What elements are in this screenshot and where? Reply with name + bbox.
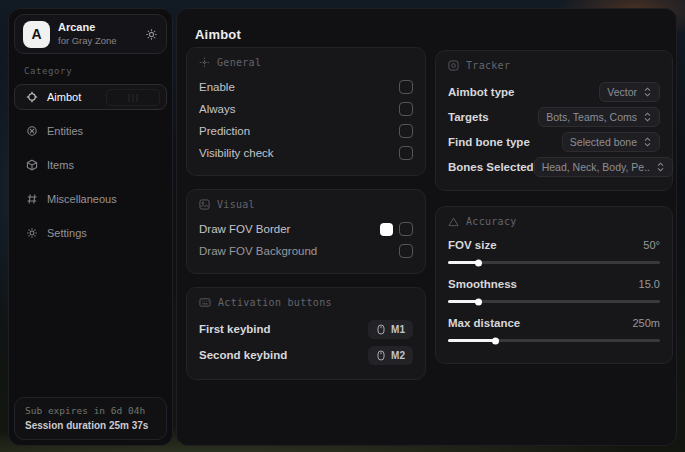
section-header: Accuracy — [466, 216, 517, 227]
sidebar-item-items[interactable]: Items — [14, 152, 167, 178]
general-card: General Enable Always Prediction Visibil… — [186, 47, 426, 176]
always-checkbox[interactable] — [399, 102, 413, 116]
find-bone-type-select[interactable]: Selected bone — [562, 132, 660, 152]
section-header: Activation buttons — [218, 297, 332, 308]
select-value: Head, Neck, Body, Pe.. — [542, 161, 650, 173]
section-header: General — [217, 57, 261, 68]
setting-row-prediction: Prediction — [199, 120, 413, 142]
keyboard-icon — [199, 297, 211, 308]
setting-row-bones-selected: Bones Selected Head, Neck, Body, Pe.. — [448, 154, 660, 179]
first-keybind-button[interactable]: M1 — [368, 320, 413, 339]
setting-row-aimbot-type: Aimbot type Vector — [448, 79, 660, 104]
draw-fov-background-checkbox[interactable] — [399, 244, 413, 258]
select-value: Bots, Teams, Coms — [546, 111, 637, 123]
tracker-card: Tracker Aimbot type Vector Targets Bots,… — [435, 50, 673, 191]
visual-card: Visual Draw FOV Border Draw FOV Backgrou… — [186, 189, 426, 274]
setting-row-find-bone-type: Find bone type Selected bone — [448, 129, 660, 154]
bones-selected-select[interactable]: Head, Neck, Body, Pe.. — [534, 157, 673, 177]
app-logo: A — [23, 21, 50, 48]
keybind-value: M1 — [391, 324, 405, 335]
smoothness-slider-group: Smoothness 15.0 — [448, 274, 660, 303]
crosshair-icon — [199, 57, 210, 68]
max-distance-slider-group: Max distance 250m — [448, 313, 660, 342]
row-label: First keybind — [199, 323, 271, 335]
setting-row-always: Always — [199, 98, 413, 120]
row-label: Enable — [199, 81, 235, 93]
chevrons-up-down-icon — [656, 162, 665, 172]
max-distance-slider[interactable] — [448, 339, 660, 342]
accuracy-card: Accuracy FOV size 50° Smoothness 15.0 — [435, 206, 673, 364]
sidebar-item-miscellaneous[interactable]: Miscellaneous — [14, 186, 167, 212]
second-keybind-button[interactable]: M2 — [368, 346, 413, 365]
row-label: Visibility check — [199, 147, 274, 159]
session-duration-text: Session duration 25m 37s — [25, 420, 156, 431]
fov-size-slider[interactable] — [448, 261, 660, 264]
row-label: Draw FOV Border — [199, 223, 290, 235]
slider-thumb[interactable] — [475, 259, 482, 266]
chevrons-up-down-icon — [643, 87, 652, 97]
row-label: Second keybind — [199, 349, 287, 361]
category-label: Category — [24, 66, 172, 76]
slider-value: 250m — [632, 317, 660, 329]
enable-checkbox[interactable] — [399, 80, 413, 94]
sidebar: A Arcane for Gray Zone Category Aimbot — [8, 8, 173, 446]
row-label: Aimbot type — [448, 86, 514, 98]
prediction-checkbox[interactable] — [399, 124, 413, 138]
slider-thumb[interactable] — [475, 298, 482, 305]
subscription-info: Sub expires in 6d 04h Session duration 2… — [14, 397, 167, 440]
tracker-icon — [448, 60, 459, 71]
select-value: Selected bone — [570, 136, 637, 148]
app-subtitle: for Gray Zone — [58, 35, 137, 47]
chevrons-up-down-icon — [643, 137, 652, 147]
app-name: Arcane — [58, 21, 137, 35]
slider-fill — [448, 261, 478, 264]
slider-value: 50° — [643, 239, 660, 251]
fov-size-slider-group: FOV size 50° — [448, 235, 660, 264]
page-title: Aimbot — [195, 27, 241, 42]
sidebar-item-settings[interactable]: Settings — [14, 220, 167, 246]
setting-row-second-keybind: Second keybind M2 — [199, 342, 413, 368]
gear-icon[interactable] — [145, 28, 158, 41]
row-label: Find bone type — [448, 136, 530, 148]
mouse-icon — [376, 324, 386, 335]
aimbot-type-select[interactable]: Vector — [599, 82, 660, 102]
sidebar-item-label: Settings — [47, 227, 87, 239]
sidebar-nav: Aimbot Entities Items — [9, 84, 172, 248]
setting-row-visibility-check: Visibility check — [199, 142, 413, 164]
keybind-value: M2 — [391, 350, 405, 361]
row-label: Smoothness — [448, 278, 517, 290]
visibility-check-checkbox[interactable] — [399, 146, 413, 160]
box-icon — [25, 159, 38, 171]
draw-fov-border-checkbox[interactable] — [399, 222, 413, 236]
chevrons-up-down-icon — [643, 112, 652, 122]
section-header: Tracker — [466, 60, 510, 71]
row-label: Prediction — [199, 125, 250, 137]
row-label: Bones Selected — [448, 161, 534, 173]
sidebar-item-entities[interactable]: Entities — [14, 118, 167, 144]
setting-row-draw-fov-border: Draw FOV Border — [199, 218, 413, 240]
triangle-icon — [448, 217, 459, 227]
app-header: A Arcane for Gray Zone — [14, 14, 167, 54]
row-label: Draw FOV Background — [199, 245, 317, 257]
color-swatch[interactable] — [380, 223, 393, 236]
section-header: Visual — [217, 199, 255, 210]
mouse-icon — [376, 350, 386, 361]
slider-thumb[interactable] — [492, 337, 499, 344]
row-label: Max distance — [448, 317, 520, 329]
targets-select[interactable]: Bots, Teams, Coms — [538, 107, 660, 127]
activation-card: Activation buttons First keybind M1 Seco… — [186, 287, 426, 380]
setting-row-targets: Targets Bots, Teams, Coms — [448, 104, 660, 129]
smoothness-slider[interactable] — [448, 300, 660, 303]
sidebar-item-aimbot[interactable]: Aimbot — [14, 84, 167, 110]
select-value: Vector — [607, 86, 637, 98]
main-panel: Aimbot General Enable Always Predi — [176, 8, 677, 446]
entities-icon — [25, 125, 38, 137]
sub-expires-text: Sub expires in 6d 04h — [25, 405, 156, 416]
slider-fill — [448, 300, 478, 303]
setting-row-enable: Enable — [199, 76, 413, 98]
ghost-watermark — [106, 89, 160, 106]
setting-row-first-keybind: First keybind M1 — [199, 316, 413, 342]
image-icon — [199, 199, 210, 210]
gear-icon — [25, 227, 38, 239]
sidebar-item-label: Entities — [47, 125, 83, 137]
